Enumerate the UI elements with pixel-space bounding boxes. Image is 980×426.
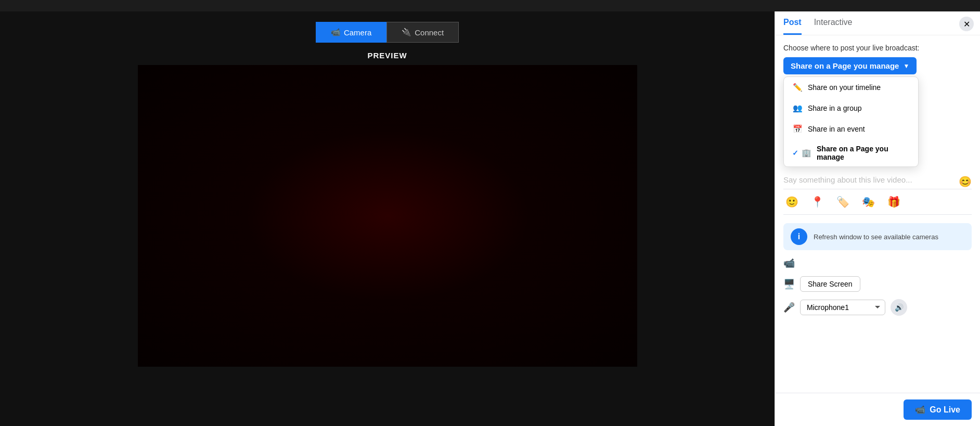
info-box: i Refresh window to see available camera…: [783, 223, 972, 250]
share-dropdown-label: Share on a Page you manage: [791, 61, 899, 70]
right-tabs: Post Interactive: [783, 18, 852, 35]
chevron-down-icon: ▼: [903, 62, 909, 70]
volume-icon: 🔊: [895, 303, 904, 312]
page-icon: 🏢: [802, 148, 811, 158]
share-screen-label: Share Screen: [808, 280, 853, 288]
camera-preview: [138, 65, 637, 367]
connect-tab-label: Connect: [415, 28, 444, 37]
go-live-button[interactable]: 📹 Go Live: [904, 399, 972, 420]
sticker-icon-btn[interactable]: 🎭: [860, 193, 877, 210]
info-icon: i: [791, 228, 807, 245]
close-icon: ✕: [963, 19, 970, 29]
microphone-icon: 🎤: [783, 302, 795, 313]
event-label: Share in an event: [808, 125, 865, 133]
video-camera-icon: 📹: [783, 257, 795, 269]
preview-label: PREVIEW: [367, 51, 407, 60]
tab-interactive[interactable]: Interactive: [814, 18, 853, 35]
camera-tab-icon: 📹: [331, 28, 341, 37]
dropdown-item-event[interactable]: 📅 Share in an event: [784, 119, 918, 139]
timeline-label: Share on your timeline: [808, 83, 881, 92]
gift-icon-btn[interactable]: 🎁: [885, 193, 902, 210]
group-label: Share in a group: [808, 104, 862, 112]
right-panel: Post Interactive ✕ Choose where to post …: [775, 11, 980, 426]
page-label: Share on a Page you manage: [817, 145, 910, 161]
go-live-video-icon: 📹: [915, 405, 925, 415]
event-icon: 📅: [792, 124, 803, 134]
choose-label: Choose where to post your live broadcast…: [783, 44, 972, 52]
dropdown-section: Share on a Page you manage ▼ ✏️ Share on…: [783, 57, 972, 167]
microphone-row: 🎤 Microphone1 Default Microphone Built-i…: [783, 299, 972, 316]
refresh-text: Refresh window to see available cameras: [814, 233, 938, 241]
connect-tab-icon: 🔌: [402, 28, 411, 37]
dropdown-item-group[interactable]: 👥 Share in a group: [784, 98, 918, 119]
tab-camera[interactable]: 📹 Camera: [316, 22, 386, 43]
share-screen-row: 🖥️ Share Screen: [783, 276, 972, 292]
top-bar: [0, 0, 980, 11]
microphone-select[interactable]: Microphone1 Default Microphone Built-in …: [800, 300, 885, 315]
group-icon: 👥: [792, 103, 803, 113]
camera-row: 📹: [783, 257, 972, 269]
tab-row: 📹 Camera 🔌 Connect: [316, 22, 459, 43]
dropdown-item-page[interactable]: ✓ 🏢 Share on a Page you manage: [784, 139, 918, 166]
timeline-icon: ✏️: [792, 82, 803, 93]
right-content: Choose where to post your live broadcast…: [775, 35, 980, 393]
check-icon: ✓: [792, 149, 798, 157]
dropdown-menu: ✏️ Share on your timeline 👥 Share in a g…: [783, 76, 919, 167]
icon-toolbar: 🙂 📍 🏷️ 🎭 🎁: [783, 189, 972, 215]
share-screen-button[interactable]: Share Screen: [800, 276, 860, 292]
location-icon-btn[interactable]: 📍: [809, 193, 826, 210]
right-header: Post Interactive ✕: [775, 11, 980, 35]
right-footer: 📹 Go Live: [775, 393, 980, 426]
emoji-picker-icon[interactable]: 😊: [959, 175, 972, 188]
tab-connect[interactable]: 🔌 Connect: [386, 22, 459, 43]
dropdown-item-timeline[interactable]: ✏️ Share on your timeline: [784, 77, 918, 98]
camera-tab-label: Camera: [344, 28, 371, 37]
go-live-label: Go Live: [930, 405, 960, 415]
left-panel: 📹 Camera 🔌 Connect PREVIEW: [0, 11, 775, 426]
close-button[interactable]: ✕: [959, 17, 974, 31]
monitor-icon: 🖥️: [783, 278, 795, 290]
volume-button[interactable]: 🔊: [891, 299, 907, 316]
emoji-icon-btn[interactable]: 🙂: [783, 193, 801, 210]
tag-icon-btn[interactable]: 🏷️: [834, 193, 852, 210]
tab-post[interactable]: Post: [783, 18, 802, 35]
description-area: Say something about this live video... 😊: [783, 175, 972, 185]
description-placeholder[interactable]: Say something about this live video...: [783, 171, 912, 188]
share-dropdown-button[interactable]: Share on a Page you manage ▼: [783, 57, 917, 74]
main-area: 📹 Camera 🔌 Connect PREVIEW Post Interact…: [0, 11, 980, 426]
